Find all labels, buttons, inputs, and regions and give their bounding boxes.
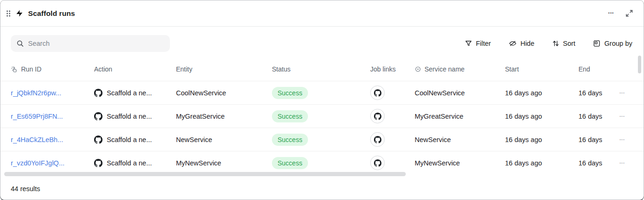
sort-icon	[552, 40, 559, 47]
action-label: Scaffold a ne...	[107, 159, 156, 167]
entity-cell: NewService	[176, 136, 272, 143]
end-cell: 16 days	[578, 113, 611, 120]
column-label: Job links	[370, 65, 395, 73]
toolbar-actions: Filter Hide Sort	[464, 38, 633, 49]
drag-handle-icon[interactable]	[6, 10, 11, 17]
scaffold-runs-widget: Scaffold runs •••	[0, 0, 644, 200]
entity-cell: MyNewService	[176, 159, 272, 167]
hide-button[interactable]: Hide	[508, 38, 535, 49]
row-menu-icon[interactable]: •••	[620, 91, 625, 95]
service-name-cell: MyNewService	[415, 159, 505, 167]
table-row: r_jQbkfN2r6pw... Scaffold a ne... CoolNe…	[0, 81, 644, 104]
lightning-bolt-icon	[15, 9, 23, 17]
table-row: r_4HaCkZLeBh... Scaffold a ne... NewServ…	[0, 128, 644, 151]
service-name-cell: NewService	[415, 136, 505, 143]
column-label: Start	[505, 65, 519, 73]
github-icon	[94, 136, 102, 144]
entity-cell: CoolNewService	[176, 89, 272, 97]
start-cell: 16 days ago	[505, 89, 578, 97]
column-label: Run ID	[21, 65, 42, 73]
action-cell: Scaffold a ne...	[94, 89, 176, 97]
entity-cell: MyGreatService	[176, 113, 272, 120]
status-badge: Success	[272, 110, 308, 122]
column-header-end[interactable]: End	[578, 65, 611, 73]
blueprint-icon	[415, 66, 421, 72]
row-menu-icon[interactable]: •••	[620, 114, 625, 118]
github-icon	[94, 112, 102, 121]
more-options-icon[interactable]: •••	[605, 10, 618, 16]
run-id-link[interactable]: r_vzd0YoIFJglQ...	[11, 159, 65, 167]
job-link-github-icon[interactable]	[370, 86, 385, 100]
eye-off-icon	[509, 40, 517, 47]
vertical-scrollbar[interactable]	[638, 56, 641, 73]
column-label: End	[578, 65, 590, 73]
widget-footer: 44 results	[0, 175, 644, 200]
github-icon	[94, 89, 102, 97]
sort-label: Sort	[563, 40, 576, 47]
run-id-link[interactable]: r_jQbkfN2r6pw...	[11, 89, 61, 97]
filter-label: Filter	[476, 40, 491, 47]
end-cell: 16 days	[578, 136, 611, 143]
hide-label: Hide	[520, 40, 534, 47]
expand-icon[interactable]	[624, 8, 634, 18]
column-header-start[interactable]: Start	[505, 65, 578, 73]
table-body: r_jQbkfN2r6pw... Scaffold a ne... CoolNe…	[0, 81, 644, 174]
column-label: Action	[94, 65, 112, 73]
column-label: Entity	[176, 65, 192, 73]
status-badge: Success	[272, 134, 308, 146]
group-by-label: Group by	[604, 40, 632, 47]
end-cell: 16 days	[578, 159, 611, 167]
column-header-entity[interactable]: Entity	[176, 65, 272, 73]
job-link-github-icon[interactable]	[370, 132, 385, 147]
start-cell: 16 days ago	[505, 136, 578, 143]
start-cell: 16 days ago	[505, 159, 578, 167]
table-row: r_vzd0YoIFJglQ... Scaffold a ne... MyNew…	[0, 151, 644, 174]
widget-header: Scaffold runs •••	[0, 0, 644, 27]
job-link-github-icon[interactable]	[370, 109, 385, 123]
filter-icon	[465, 40, 472, 47]
status-badge: Success	[272, 87, 308, 99]
run-id-link[interactable]: r_4HaCkZLeBh...	[11, 136, 63, 143]
start-cell: 16 days ago	[505, 113, 578, 120]
row-menu-icon[interactable]: •••	[620, 138, 625, 142]
column-label: Service name	[424, 65, 465, 73]
action-label: Scaffold a ne...	[107, 89, 156, 97]
action-label: Scaffold a ne...	[107, 136, 156, 143]
column-header-job-links[interactable]: Job links	[370, 65, 415, 73]
search-icon	[16, 40, 24, 47]
table-toolbar: Filter Hide Sort	[0, 27, 644, 57]
filter-button[interactable]: Filter	[464, 38, 492, 49]
github-icon	[94, 159, 102, 167]
run-id-link[interactable]: r_Es659Prj8FN...	[11, 113, 63, 120]
table-header-row: Run ID Action Entity Status Job links Se…	[0, 57, 644, 81]
action-label: Scaffold a ne...	[107, 113, 156, 120]
column-header-status[interactable]: Status	[272, 65, 370, 73]
action-cell: Scaffold a ne...	[94, 136, 176, 144]
search-box[interactable]	[11, 35, 170, 52]
end-cell: 16 days	[578, 89, 611, 97]
column-header-run-id[interactable]: Run ID	[11, 65, 94, 73]
column-label: Status	[272, 65, 291, 73]
column-header-service-name[interactable]: Service name	[415, 65, 505, 73]
action-cell: Scaffold a ne...	[94, 112, 176, 121]
service-name-cell: MyGreatService	[415, 113, 505, 120]
search-input[interactable]	[28, 40, 164, 47]
results-count: 44 results	[11, 185, 40, 193]
widget-title: Scaffold runs	[28, 9, 75, 18]
service-name-cell: CoolNewService	[415, 89, 505, 97]
action-cell: Scaffold a ne...	[94, 159, 176, 167]
click-icon	[11, 66, 18, 73]
column-header-action[interactable]: Action	[94, 65, 176, 73]
job-link-github-icon[interactable]	[370, 156, 385, 170]
group-by-icon	[593, 40, 600, 47]
sort-button[interactable]: Sort	[551, 38, 577, 49]
group-by-button[interactable]: Group by	[592, 38, 633, 49]
status-badge: Success	[272, 157, 308, 169]
row-menu-icon[interactable]: •••	[620, 161, 625, 165]
table-row: r_Es659Prj8FN... Scaffold a ne... MyGrea…	[0, 104, 644, 128]
